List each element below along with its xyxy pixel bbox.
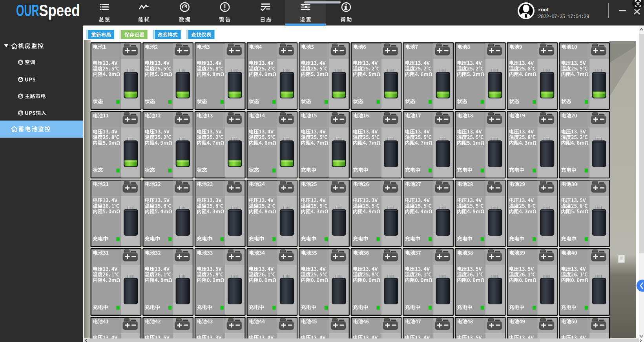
svg-text:OUR: OUR	[16, 1, 39, 20]
svg-text:2022-07-25 17:54:39: 2022-07-25 17:54:39	[538, 14, 589, 20]
svg-text:root: root	[538, 7, 549, 13]
svg-text:Speed: Speed	[39, 1, 80, 20]
